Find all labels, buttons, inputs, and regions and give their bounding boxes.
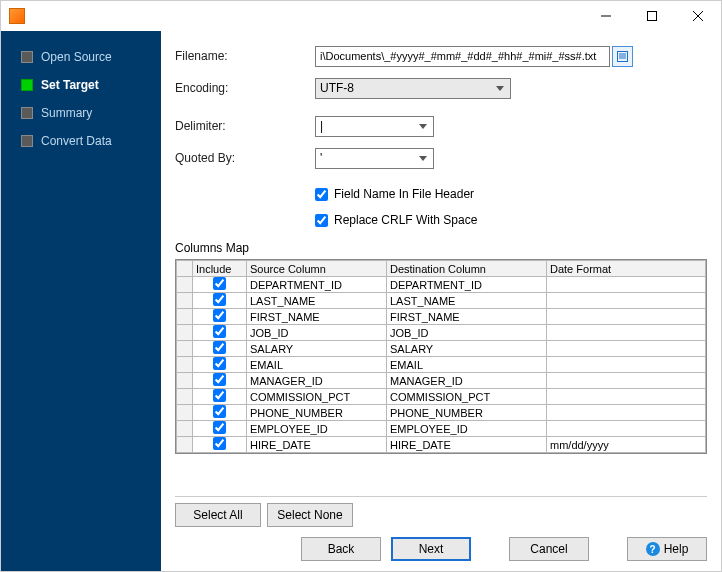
include-checkbox[interactable] <box>213 341 226 354</box>
main-panel: Filename: Encoding: UTF-8 Delimiter: | <box>161 31 721 571</box>
table-row[interactable]: EMPLOYEE_IDEMPLOYEE_ID <box>177 421 706 437</box>
source-column-cell[interactable]: HIRE_DATE <box>247 437 387 453</box>
include-checkbox[interactable] <box>213 437 226 450</box>
table-row[interactable]: LAST_NAMELAST_NAME <box>177 293 706 309</box>
back-button[interactable]: Back <box>301 537 381 561</box>
columns-map-label: Columns Map <box>175 241 707 255</box>
source-column-cell[interactable]: SALARY <box>247 341 387 357</box>
table-row[interactable]: DEPARTMENT_IDDEPARTMENT_ID <box>177 277 706 293</box>
destination-column-cell[interactable]: LAST_NAME <box>387 293 547 309</box>
table-row[interactable]: JOB_IDJOB_ID <box>177 325 706 341</box>
field-name-header-checkbox[interactable] <box>315 188 328 201</box>
table-row[interactable]: HIRE_DATEHIRE_DATEmm/dd/yyyy <box>177 437 706 453</box>
filename-input[interactable] <box>315 46 610 67</box>
chevron-down-icon <box>419 124 427 129</box>
source-column-cell[interactable]: LAST_NAME <box>247 293 387 309</box>
select-all-button[interactable]: Select All <box>175 503 261 527</box>
col-header-include[interactable]: Include <box>193 261 247 277</box>
sidebar-item-label: Summary <box>41 106 92 120</box>
destination-column-cell[interactable]: PHONE_NUMBER <box>387 405 547 421</box>
source-column-cell[interactable]: MANAGER_ID <box>247 373 387 389</box>
destination-column-cell[interactable]: MANAGER_ID <box>387 373 547 389</box>
quoted-by-label: Quoted By: <box>175 151 315 165</box>
table-row[interactable]: PHONE_NUMBERPHONE_NUMBER <box>177 405 706 421</box>
source-column-cell[interactable]: COMMISSION_PCT <box>247 389 387 405</box>
delimiter-label: Delimiter: <box>175 119 315 133</box>
include-checkbox[interactable] <box>213 373 226 386</box>
sidebar-item-summary[interactable]: Summary <box>1 99 161 127</box>
source-column-cell[interactable]: EMAIL <box>247 357 387 373</box>
date-format-cell[interactable] <box>547 421 706 437</box>
include-checkbox[interactable] <box>213 421 226 434</box>
row-header <box>177 373 193 389</box>
row-header <box>177 325 193 341</box>
close-button[interactable] <box>675 1 721 31</box>
table-row[interactable]: FIRST_NAMEFIRST_NAME <box>177 309 706 325</box>
date-format-cell[interactable] <box>547 341 706 357</box>
table-row[interactable]: COMMISSION_PCTCOMMISSION_PCT <box>177 389 706 405</box>
cancel-button[interactable]: Cancel <box>509 537 589 561</box>
col-header-source[interactable]: Source Column <box>247 261 387 277</box>
source-column-cell[interactable]: PHONE_NUMBER <box>247 405 387 421</box>
table-row[interactable]: MANAGER_IDMANAGER_ID <box>177 373 706 389</box>
sidebar-item-label: Convert Data <box>41 134 112 148</box>
include-checkbox[interactable] <box>213 389 226 402</box>
replace-crlf-checkbox[interactable] <box>315 214 328 227</box>
title-bar <box>1 1 721 31</box>
source-column-cell[interactable]: DEPARTMENT_ID <box>247 277 387 293</box>
source-column-cell[interactable]: JOB_ID <box>247 325 387 341</box>
date-format-cell[interactable] <box>547 389 706 405</box>
table-row[interactable]: SALARYSALARY <box>177 341 706 357</box>
source-column-cell[interactable]: EMPLOYEE_ID <box>247 421 387 437</box>
source-column-cell[interactable]: FIRST_NAME <box>247 309 387 325</box>
col-header-dest[interactable]: Destination Column <box>387 261 547 277</box>
destination-column-cell[interactable]: COMMISSION_PCT <box>387 389 547 405</box>
date-format-cell[interactable] <box>547 373 706 389</box>
table-row[interactable]: EMAILEMAIL <box>177 357 706 373</box>
maximize-button[interactable] <box>629 1 675 31</box>
destination-column-cell[interactable]: DEPARTMENT_ID <box>387 277 547 293</box>
step-status-icon <box>21 79 33 91</box>
field-name-header-label[interactable]: Field Name In File Header <box>334 187 474 201</box>
destination-column-cell[interactable]: SALARY <box>387 341 547 357</box>
columns-map-grid[interactable]: Include Source Column Destination Column… <box>175 259 707 454</box>
include-checkbox[interactable] <box>213 325 226 338</box>
destination-column-cell[interactable]: EMPLOYEE_ID <box>387 421 547 437</box>
step-status-icon <box>21 135 33 147</box>
sidebar-item-open-source[interactable]: Open Source <box>1 43 161 71</box>
encoding-select[interactable]: UTF-8 <box>315 78 511 99</box>
replace-crlf-label[interactable]: Replace CRLF With Space <box>334 213 477 227</box>
date-format-cell[interactable] <box>547 309 706 325</box>
include-checkbox[interactable] <box>213 405 226 418</box>
select-none-button[interactable]: Select None <box>267 503 353 527</box>
help-button[interactable]: ? Help <box>627 537 707 561</box>
col-header-format[interactable]: Date Format <box>547 261 706 277</box>
quoted-by-select[interactable]: ' <box>315 148 434 169</box>
date-format-cell[interactable] <box>547 325 706 341</box>
include-checkbox[interactable] <box>213 357 226 370</box>
browse-file-button[interactable] <box>612 46 633 67</box>
date-format-cell[interactable] <box>547 277 706 293</box>
date-format-cell[interactable] <box>547 405 706 421</box>
minimize-button[interactable] <box>583 1 629 31</box>
include-checkbox[interactable] <box>213 277 226 290</box>
help-label: Help <box>664 542 689 556</box>
date-format-cell[interactable]: mm/dd/yyyy <box>547 437 706 453</box>
include-checkbox[interactable] <box>213 309 226 322</box>
grid-header-row: Include Source Column Destination Column… <box>177 261 706 277</box>
delimiter-select[interactable]: | <box>315 116 434 137</box>
sidebar-item-set-target[interactable]: Set Target <box>1 71 161 99</box>
include-checkbox[interactable] <box>213 293 226 306</box>
destination-column-cell[interactable]: EMAIL <box>387 357 547 373</box>
date-format-cell[interactable] <box>547 357 706 373</box>
destination-column-cell[interactable]: JOB_ID <box>387 325 547 341</box>
delimiter-value: | <box>320 119 323 133</box>
sidebar-item-convert-data[interactable]: Convert Data <box>1 127 161 155</box>
next-button[interactable]: Next <box>391 537 471 561</box>
date-format-cell[interactable] <box>547 293 706 309</box>
app-icon <box>9 8 25 24</box>
row-header <box>177 421 193 437</box>
destination-column-cell[interactable]: FIRST_NAME <box>387 309 547 325</box>
destination-column-cell[interactable]: HIRE_DATE <box>387 437 547 453</box>
row-header <box>177 277 193 293</box>
